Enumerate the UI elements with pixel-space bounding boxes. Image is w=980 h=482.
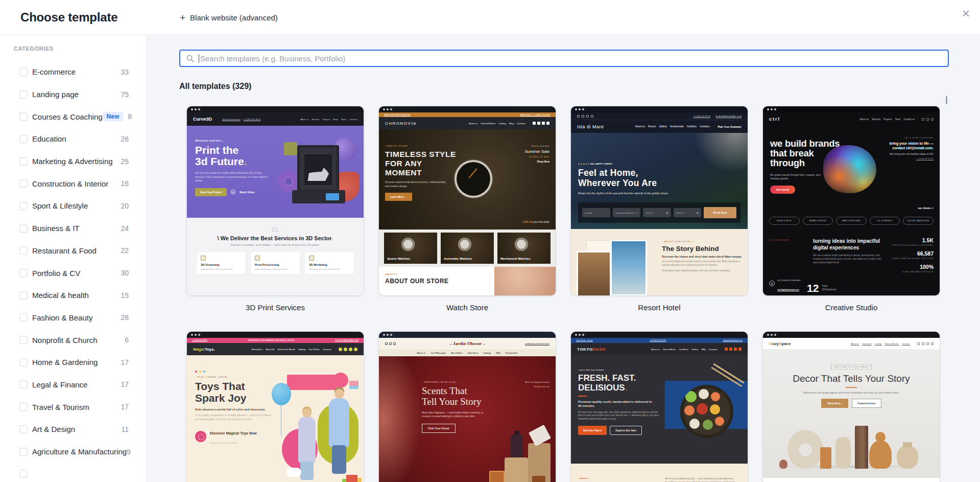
- category-checkbox[interactable]: [19, 202, 28, 210]
- mini-nav-link: Projects: [323, 118, 330, 121]
- mini-nav-link: Testimonials: [506, 352, 518, 354]
- category-row[interactable]: E-commerce 33: [0, 61, 147, 83]
- mini-nav-link: Contacts: [517, 122, 525, 125]
- category-row[interactable]: Restaurant & Food 22: [0, 240, 147, 262]
- template-card-decor[interactable]: CozySpace About usInspirationCatalogNews…: [763, 332, 940, 482]
- watch-category-tile: Quartz Watches: [384, 233, 437, 264]
- template-thumbnail[interactable]: Curve3D 3d.print@email.com • +1 (234) 56…: [187, 106, 364, 295]
- category-checkbox[interactable]: [19, 90, 28, 99]
- youtube-icon: [926, 118, 929, 121]
- youtube-icon: [542, 122, 545, 125]
- mini-nav-link: Contacts: [700, 125, 709, 128]
- category-label: Construction & Interior: [32, 179, 108, 188]
- category-row[interactable]: Art & Design 11: [0, 418, 147, 441]
- mini-nav-link: Facilities: [687, 125, 697, 128]
- service-pill: UX STRATEGY: [870, 217, 900, 225]
- template-card-perfume[interactable]: – Jardin Obscur – jardinobscur@email.com…: [379, 332, 556, 482]
- new-badge: New: [103, 112, 124, 121]
- category-count: 28: [121, 313, 129, 322]
- mini-nav-link: Inspiration: [862, 342, 871, 345]
- category-checkbox[interactable]: [19, 224, 28, 233]
- service-pill: BRAND DESIGN: [803, 217, 833, 225]
- category-row[interactable]: Nonprofit & Church 6: [0, 329, 147, 351]
- category-checkbox[interactable]: [19, 291, 28, 300]
- template-thumbnail[interactable]: FREE SHIPPING FROM $50 NEED HELP: +1 (80…: [379, 106, 556, 295]
- browser-chrome: [187, 106, 364, 112]
- mini-nav-link: About us: [651, 348, 660, 351]
- category-row[interactable]: Construction & Interior 16: [0, 172, 147, 195]
- browser-chrome: [379, 332, 556, 338]
- category-row[interactable]: Home & Gardening 17: [0, 351, 147, 374]
- category-row[interactable]: Education 26: [0, 128, 147, 150]
- category-checkbox[interactable]: [19, 112, 28, 121]
- category-checkbox[interactable]: [19, 403, 28, 411]
- template-thumbnail[interactable]: ctrl About usServicesProjectsTeamContact…: [763, 106, 940, 295]
- mini-nav-link: FAQ: [702, 348, 706, 351]
- category-checkbox[interactable]: [19, 135, 28, 143]
- category-count: 26: [121, 135, 129, 143]
- category-row[interactable]: Agriculture & Manufacturing 9: [0, 441, 147, 463]
- template-thumbnail[interactable]: CozySpace About usInspirationCatalogNews…: [763, 332, 940, 482]
- vases-illustration: [763, 417, 940, 478]
- search-input[interactable]: Search templates (e.g. Business, Portfol…: [179, 50, 949, 67]
- template-card-toys[interactable]: +1 (234) 567 89 90 SHOWROOM: 5234 EASEMO…: [187, 332, 364, 482]
- all-templates-heading: All templates (329): [179, 82, 251, 91]
- category-row[interactable]: Portfolio & CV 30: [0, 262, 147, 284]
- templates-panel: Search templates (e.g. Business, Portfol…: [147, 35, 980, 482]
- category-checkbox[interactable]: [19, 246, 28, 255]
- mini-logo: CHRONOVIA: [385, 121, 417, 126]
- category-checkbox[interactable]: [19, 336, 28, 344]
- close-icon[interactable]: ✕: [961, 8, 970, 19]
- category-row[interactable]: Marketing & Advertising 25: [0, 150, 147, 173]
- category-label: Legal & Finance: [32, 380, 87, 389]
- template-thumbnail[interactable]: – Jardin Obscur – jardinobscur@email.com…: [379, 332, 556, 482]
- category-label: Marketing & Advertising: [32, 157, 113, 166]
- template-card-resort-hotel[interactable]: +1 (234) 567 89 90ISLADIMARE@EMAIL.COM I…: [571, 106, 748, 332]
- youtube-icon: [591, 115, 593, 118]
- service-pill: WEB PLATFORMS: [836, 217, 867, 225]
- template-card-creative-studio[interactable]: ctrl About usServicesProjectsTeamContact…: [763, 106, 940, 332]
- category-checkbox[interactable]: [19, 425, 28, 433]
- category-checkbox[interactable]: [19, 157, 28, 166]
- category-checkbox[interactable]: [19, 358, 28, 366]
- category-row[interactable]: Medical & health 15: [0, 284, 147, 307]
- category-checkbox[interactable]: [19, 380, 28, 388]
- category-row[interactable]: Business & IT 24: [0, 217, 147, 240]
- blank-website-button[interactable]: + Blank website (advanced): [180, 0, 278, 35]
- category-row[interactable]: Courses & Coaching New 8: [0, 105, 147, 128]
- template-thumbnail[interactable]: +1 (234) 567 89 90ISLADIMARE@EMAIL.COM I…: [571, 106, 748, 295]
- category-checkbox[interactable]: [19, 68, 28, 76]
- category-count: 15: [121, 291, 129, 300]
- template-thumbnail[interactable]: Open 8 am - 10 pm +1 (234) 567 89 00 tok…: [571, 332, 748, 482]
- template-card-sushi[interactable]: Open 8 am - 10 pm +1 (234) 567 89 00 tok…: [571, 332, 748, 482]
- template-card-watch-store[interactable]: FREE SHIPPING FROM $50 NEED HELP: +1 (80…: [379, 106, 556, 332]
- category-checkbox[interactable]: [19, 313, 28, 322]
- category-row[interactable]: Legal & Finance 17: [0, 374, 147, 396]
- category-checkbox[interactable]: [19, 448, 28, 456]
- perfume-bottle: [532, 476, 545, 482]
- mini-nav-link: Contacts: [902, 342, 910, 345]
- category-checkbox[interactable]: [19, 179, 28, 188]
- mini-nav-link: Contacts: [709, 348, 718, 351]
- category-row[interactable]: Travel & Tourism 17: [0, 396, 147, 418]
- categories-list: E-commerce 33 Landing page 75: [0, 61, 147, 482]
- blank-website-label: Blank website (advanced): [190, 13, 278, 22]
- mini-nav-link: About us: [859, 118, 869, 121]
- templates-grid: Curve3D 3d.print@email.com • +1 (234) 56…: [187, 106, 940, 482]
- category-row[interactable]: Landing page 75: [0, 83, 147, 106]
- mini-nav-link: Contacts: [323, 348, 331, 351]
- scrollbar-thumb[interactable]: [946, 96, 947, 104]
- mini-logo: ctrl: [769, 117, 780, 122]
- category-row[interactable]: Sport & Lifestyle 20: [0, 195, 147, 217]
- instagram-icon: [729, 348, 732, 351]
- category-checkbox[interactable]: [19, 269, 28, 277]
- template-card-3d-print[interactable]: Curve3D 3d.print@email.com • +1 (234) 56…: [187, 106, 364, 332]
- category-checkbox[interactable]: [19, 470, 28, 478]
- category-row[interactable]: Fashion & Beauty 28: [0, 307, 147, 329]
- twitter-icon: [349, 348, 352, 351]
- mini-nav-link: News: [341, 118, 346, 121]
- template-thumbnail[interactable]: +1 (234) 567 89 90 SHOWROOM: 5234 EASEMO…: [187, 332, 364, 482]
- category-row[interactable]: [0, 463, 147, 482]
- mini-nav-link: Steps: [333, 118, 338, 121]
- category-label: Sport & Lifestyle: [32, 201, 88, 210]
